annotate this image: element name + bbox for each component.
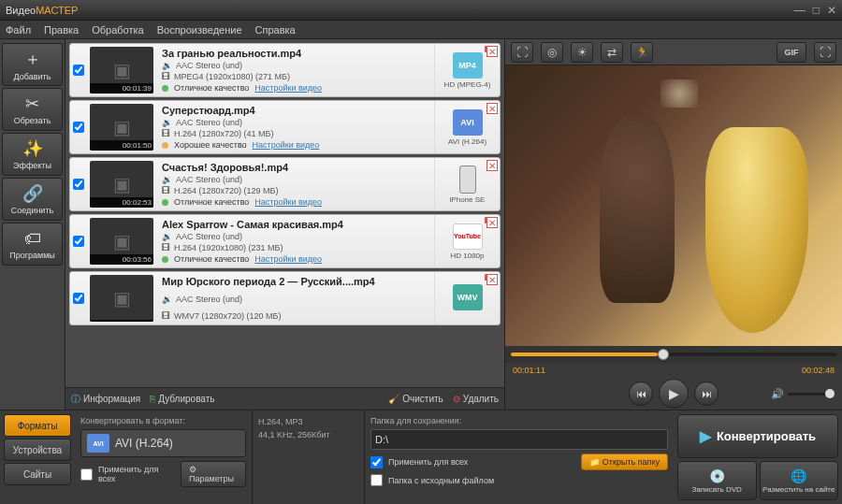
file-video: 🎞 WMV7 (1280x720) (120 МБ) [162, 311, 428, 321]
rotate-tool[interactable]: ⇄ [601, 42, 623, 63]
seek-knob[interactable] [658, 349, 669, 360]
video-preview[interactable] [505, 65, 842, 346]
file-duration: 00:03:56 [90, 254, 153, 265]
file-item[interactable]: ▣00:01:39За гранью реальности.mp4🔉 AAC S… [69, 43, 501, 97]
file-duration: 00:01:39 [90, 83, 153, 94]
format-icon: AVI [453, 109, 483, 136]
format-selector[interactable]: AVI AVI (H.264) [80, 429, 246, 457]
volume-icon[interactable]: 🔊 [771, 388, 784, 400]
seek-track[interactable] [511, 353, 836, 356]
file-checkbox-cell [70, 158, 87, 210]
list-footer: ⓘИнформация ⎘Дублировать 🧹Очистить ⊖Удал… [65, 387, 504, 410]
file-format[interactable]: ✕AVIAVI (H.264) [434, 101, 500, 153]
sidebar-join[interactable]: 🔗Соединить [2, 178, 63, 221]
menu-playback[interactable]: Воспроизведение [157, 24, 242, 36]
remove-file-button[interactable]: ✕ [486, 46, 498, 57]
tab-sites[interactable]: Сайты [4, 463, 71, 485]
file-thumbnail[interactable]: ▣00:02:53 [90, 161, 153, 208]
file-format[interactable]: HD✕YouTubeHD 1080p [434, 215, 500, 267]
folder-options: Применить для всех 📁 Открыть папку [370, 454, 668, 470]
brightness-tool[interactable]: ☀ [571, 42, 593, 63]
file-checkbox[interactable] [73, 179, 84, 190]
speed-tool[interactable]: 🏃 [631, 42, 653, 63]
file-name: Счастья! Здоровья!.mp4 [162, 162, 428, 173]
remove-file-button[interactable]: ✕ [486, 103, 498, 114]
broom-icon: 🧹 [388, 394, 399, 404]
duplicate-button[interactable]: ⎘Дублировать [150, 394, 214, 404]
prev-button[interactable]: ⏮ [629, 382, 653, 406]
delete-button[interactable]: ⊖Удалить [453, 394, 499, 404]
file-format[interactable]: ✕iPhone SE [434, 158, 500, 210]
clear-button[interactable]: 🧹Очистить [388, 394, 443, 404]
volume-knob[interactable] [825, 389, 835, 398]
sidebar-effects[interactable]: ✨Эффекты [2, 133, 63, 176]
video-settings-link[interactable]: Настройки видео [254, 83, 322, 93]
minimize-button[interactable]: — [794, 4, 806, 17]
sidebar-cut[interactable]: ✂Обрезать [2, 88, 63, 131]
menu-file[interactable]: Файл [6, 24, 31, 36]
remove-file-button[interactable]: ✕ [486, 160, 498, 171]
play-button[interactable]: ▶ [659, 379, 689, 409]
file-item[interactable]: ▣00:03:56Alex Sparrow - Самая красивая.m… [69, 214, 501, 268]
video-settings-link[interactable]: Настройки видео [254, 197, 322, 207]
file-format[interactable]: HD✕MP4HD (MPEG-4) [434, 44, 500, 96]
file-checkbox[interactable] [73, 65, 84, 76]
menu-edit[interactable]: Правка [44, 24, 79, 36]
crop-tool[interactable]: ⛶ [511, 42, 533, 63]
remove-file-button[interactable]: ✕ [486, 274, 498, 285]
info-button[interactable]: ⓘИнформация [71, 393, 140, 406]
file-name: Мир Юрского периода 2 — Русский....mp4 [162, 276, 428, 287]
sidebar-effects-label: Эффекты [13, 161, 51, 170]
file-checkbox-cell [70, 272, 87, 324]
volume-track[interactable] [788, 393, 835, 396]
close-button[interactable]: ✕ [827, 4, 836, 17]
video-settings-link[interactable]: Настройки видео [254, 254, 322, 264]
file-checkbox[interactable] [73, 293, 84, 304]
format-icon [459, 166, 476, 194]
disc-icon: 💿 [709, 468, 725, 483]
video-settings-link[interactable]: Настройки видео [253, 140, 320, 150]
open-folder-button[interactable]: 📁 Открыть папку [581, 454, 668, 470]
codec-line2: 44,1 KHz, 256Кбит [258, 429, 358, 442]
file-checkbox[interactable] [73, 122, 84, 133]
snapshot-tool[interactable]: ◎ [541, 42, 563, 63]
gif-button[interactable]: GIF [777, 42, 806, 63]
format-icon: YouTube [453, 223, 483, 250]
file-item[interactable]: ▣00:02:53Счастья! Здоровья!.mp4🔉 AAC Ste… [69, 157, 501, 211]
sidebar: ＋Добавить ✂Обрезать ✨Эффекты 🔗Соединить … [0, 39, 65, 410]
params-button[interactable]: ⚙ Параметры [181, 461, 246, 487]
apply-all-checkbox[interactable] [80, 468, 93, 481]
title-accent: МАСТЕР [36, 5, 78, 16]
sidebar-programs[interactable]: 🏷Программы [2, 223, 63, 266]
format-badge-icon: AVI [87, 434, 109, 453]
seek-bar[interactable] [505, 346, 842, 363]
file-checkbox[interactable] [73, 236, 84, 247]
tab-devices[interactable]: Устройства [4, 439, 71, 461]
file-item[interactable]: ▣Мир Юрского периода 2 — Русский....mp4🔉… [69, 271, 501, 325]
same-folder-checkbox[interactable] [370, 474, 383, 486]
burn-dvd-button[interactable]: 💿Записать DVD [677, 461, 757, 500]
codec-line1: H.264, MP3 [258, 416, 358, 429]
sidebar-add[interactable]: ＋Добавить [2, 43, 63, 86]
remove-file-button[interactable]: ✕ [486, 217, 498, 228]
file-format[interactable]: HD✕WMV [434, 272, 500, 324]
next-button[interactable]: ⏭ [694, 382, 719, 406]
convert-button[interactable]: ▶ Конвертировать [677, 414, 838, 458]
maximize-button[interactable]: □ [813, 4, 820, 17]
tab-formats[interactable]: Форматы [4, 414, 71, 437]
publish-button[interactable]: 🌐Разместить на сайте [760, 461, 839, 500]
quality-dot [162, 142, 168, 149]
file-item[interactable]: ▣00:01:50Суперстюард.mp4🔉 AAC Stereo (un… [69, 100, 501, 154]
file-thumbnail[interactable]: ▣ [90, 275, 153, 322]
menu-help[interactable]: Справка [255, 24, 296, 36]
fullscreen-button[interactable]: ⛶ [814, 42, 836, 63]
speaker-icon: 🔉 [162, 118, 172, 127]
folder-path-input[interactable] [370, 429, 668, 450]
sparkle-icon: ✨ [22, 138, 43, 159]
menu-process[interactable]: Обработка [92, 24, 143, 36]
apply-all-folder-checkbox[interactable] [370, 456, 383, 468]
file-thumbnail[interactable]: ▣00:01:50 [90, 104, 153, 151]
play-icon: ▶ [700, 427, 711, 445]
file-thumbnail[interactable]: ▣00:01:39 [90, 47, 153, 94]
file-thumbnail[interactable]: ▣00:03:56 [90, 218, 153, 265]
